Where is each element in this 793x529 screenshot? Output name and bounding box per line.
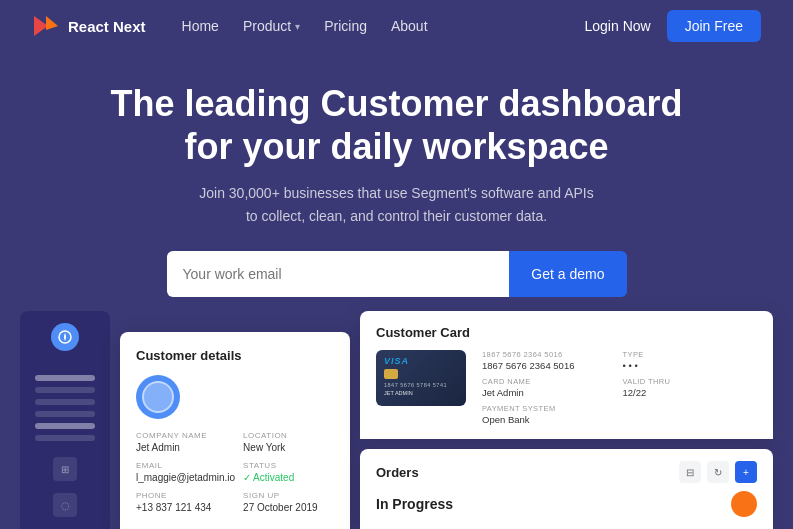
sidebar-line <box>35 411 95 417</box>
svg-marker-1 <box>46 16 58 30</box>
sidebar-panel: ⊞ ◌ <box>20 311 110 529</box>
hero-cta: Get a demo <box>167 251 627 297</box>
cc-detail-payment-system: PAYMENT SYSTEM Open Bank <box>482 404 617 425</box>
right-panels: Customer Card VISA 1847 5676 5784 5741 J… <box>360 311 773 529</box>
cc-detail-expiry: VALID THRU 12/22 <box>623 377 758 398</box>
customer-details-title: Customer details <box>136 348 334 363</box>
logo-icon <box>32 12 60 40</box>
sidebar-line <box>35 435 95 441</box>
navbar: React Next Home Product ▾ Pricing About … <box>0 0 793 52</box>
orders-content: In Progress <box>376 491 757 517</box>
cc-chip <box>384 369 398 379</box>
nav-link-about[interactable]: About <box>391 18 428 34</box>
cc-number: 1847 5676 5784 5741 <box>384 382 458 388</box>
sidebar-line <box>35 387 95 393</box>
cc-detail-number: 1867 5676 2364 5016 1867 5676 2364 5016 <box>482 350 617 371</box>
main-content: React Next Home Product ▾ Pricing About … <box>0 0 793 529</box>
sidebar-icon-chart[interactable]: ◌ <box>53 493 77 517</box>
hero-headline: The leading Customer dashboard for your … <box>20 82 773 168</box>
add-button[interactable]: + <box>735 461 757 483</box>
chevron-down-icon: ▾ <box>295 21 300 32</box>
sidebar-nav-lines <box>35 375 95 441</box>
field-phone: PHONE +13 837 121 434 <box>136 491 235 513</box>
sidebar-icon-grid[interactable]: ⊞ <box>53 457 77 481</box>
orders-title: Orders <box>376 465 419 480</box>
field-signup: SIGN UP 27 October 2019 <box>243 491 334 513</box>
orders-header: Orders ⊟ ↻ + <box>376 461 757 483</box>
credit-card-content: VISA 1847 5676 5784 5741 JET ADMIN 1867 … <box>376 350 757 425</box>
credit-card-visual: VISA 1847 5676 5784 5741 JET ADMIN <box>376 350 466 406</box>
login-button[interactable]: Login Now <box>584 18 650 34</box>
cc-brand: VISA <box>384 356 458 366</box>
join-button[interactable]: Join Free <box>667 10 761 42</box>
sidebar-line <box>35 375 95 381</box>
sidebar-line <box>35 423 95 429</box>
sidebar-logo-icon <box>51 323 79 351</box>
nav-links: Home Product ▾ Pricing About <box>182 18 585 34</box>
credit-card-panel: Customer Card VISA 1847 5676 5784 5741 J… <box>360 311 773 439</box>
field-company: COMPANY NAME Jet Admin <box>136 431 235 453</box>
filter-button[interactable]: ⊟ <box>679 461 701 483</box>
sidebar-icons: ⊞ ◌ <box>28 457 102 517</box>
logo[interactable]: React Next <box>32 12 146 40</box>
nav-link-home[interactable]: Home <box>182 18 219 34</box>
logo-text: React Next <box>68 18 146 35</box>
get-demo-button[interactable]: Get a demo <box>509 251 626 297</box>
dashboard-preview: ⊞ ◌ Customer details COMPANY NAME Jet Ad… <box>0 311 793 529</box>
orders-panel: Orders ⊟ ↻ + In Progress <box>360 449 773 529</box>
hero-subtext: Join 30,000+ businesses that use Segment… <box>197 182 597 227</box>
order-avatar <box>731 491 757 517</box>
nav-actions: Login Now Join Free <box>584 10 761 42</box>
sidebar-line <box>35 399 95 405</box>
field-location: LOCATION New York <box>243 431 334 453</box>
refresh-button[interactable]: ↻ <box>707 461 729 483</box>
credit-card-title: Customer Card <box>376 325 757 340</box>
svg-marker-0 <box>34 16 48 36</box>
cc-details-grid: 1867 5676 2364 5016 1867 5676 2364 5016 … <box>482 350 757 425</box>
customer-details-card: Customer details COMPANY NAME Jet Admin … <box>120 332 350 529</box>
nav-link-product[interactable]: Product ▾ <box>243 18 300 34</box>
in-progress-label: In Progress <box>376 496 453 512</box>
cc-detail-name: CARD NAME Jet Admin <box>482 377 617 398</box>
status-badge: ✓Activated <box>243 472 334 483</box>
customer-avatar <box>136 375 180 419</box>
cc-holder: JET ADMIN <box>384 390 458 396</box>
nav-link-pricing[interactable]: Pricing <box>324 18 367 34</box>
field-status: STATUS ✓Activated <box>243 461 334 483</box>
field-email: EMAIL l_maggie@jetadmin.io <box>136 461 235 483</box>
hero-section: The leading Customer dashboard for your … <box>0 52 793 321</box>
customer-fields: COMPANY NAME Jet Admin LOCATION New York… <box>136 431 334 513</box>
cc-detail-type: TYPE • • • <box>623 350 758 371</box>
email-input[interactable] <box>167 251 510 297</box>
orders-actions: ⊟ ↻ + <box>679 461 757 483</box>
avatar-inner <box>142 381 174 413</box>
